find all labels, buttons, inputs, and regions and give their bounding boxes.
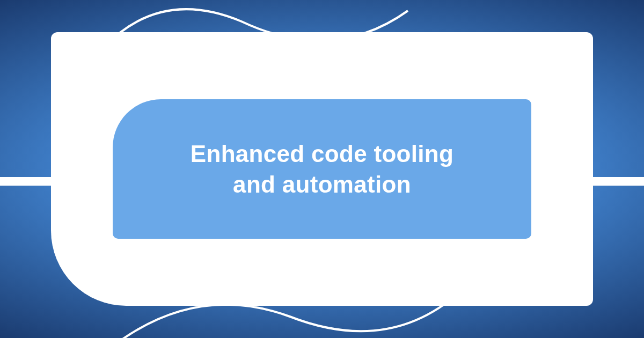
title-line-1: Enhanced code tooling [191,141,453,167]
inner-blue-card: Enhanced code tooling and automation [113,99,531,239]
title-line-2: and automation [233,171,411,197]
card-title: Enhanced code tooling and automation [191,138,453,200]
outer-white-card: Enhanced code tooling and automation [51,32,593,306]
